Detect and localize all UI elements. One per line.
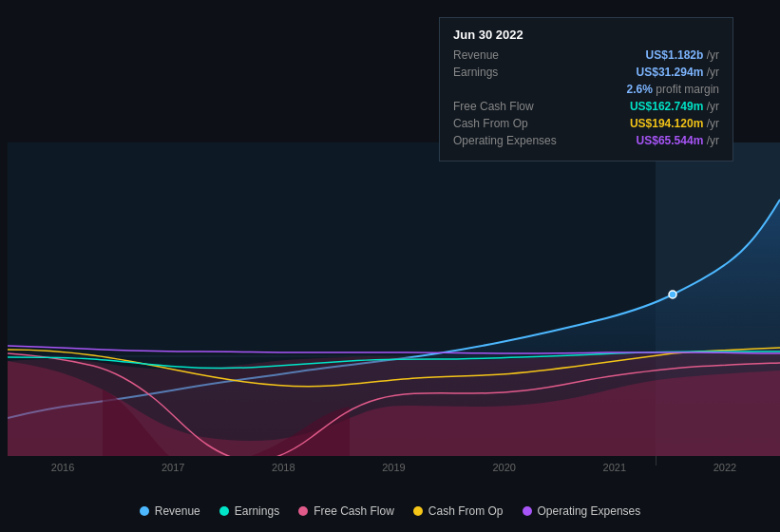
legend-label-revenue: Revenue: [155, 504, 200, 518]
legend-item-revenue[interactable]: Revenue: [140, 504, 200, 518]
x-label-2018: 2018: [272, 462, 295, 473]
chart-legend: Revenue Earnings Free Cash Flow Cash Fro…: [0, 504, 780, 518]
tooltip-row-fcf: Free Cash Flow US$162.749m /yr: [453, 100, 719, 113]
tooltip-label-opex: Operating Expenses: [453, 134, 558, 147]
legend-item-earnings[interactable]: Earnings: [219, 504, 279, 518]
legend-dot-cashop: [413, 506, 423, 516]
tooltip-label-revenue: Revenue: [453, 48, 558, 62]
tooltip-box: Jun 30 2022 Revenue US$1.182b /yr Earnin…: [439, 17, 733, 162]
legend-label-opex: Operating Expenses: [538, 504, 641, 518]
x-label-2017: 2017: [162, 462, 184, 473]
legend-label-fcf: Free Cash Flow: [314, 504, 394, 518]
svg-point-3: [669, 291, 676, 298]
x-label-2020: 2020: [492, 462, 515, 473]
legend-item-opex[interactable]: Operating Expenses: [523, 504, 641, 518]
legend-dot-fcf: [298, 506, 308, 516]
tooltip-row-cashop: Cash From Op US$194.120m /yr: [453, 117, 719, 130]
tooltip-value-cashop: US$194.120m /yr: [630, 117, 719, 130]
legend-dot-earnings: [219, 506, 229, 516]
tooltip-row-revenue: Revenue US$1.182b /yr: [453, 48, 719, 62]
tooltip-row-opex: Operating Expenses US$65.544m /yr: [453, 134, 719, 147]
tooltip-label-cashop: Cash From Op: [453, 117, 558, 130]
chart-svg: [8, 142, 780, 456]
x-label-2016: 2016: [51, 462, 74, 473]
legend-dot-opex: [523, 506, 532, 516]
tooltip-value-opex: US$65.544m /yr: [637, 134, 719, 147]
chart-container: Jun 30 2022 Revenue US$1.182b /yr Earnin…: [0, 0, 780, 532]
x-label-2022: 2022: [713, 462, 736, 473]
legend-dot-revenue: [140, 506, 149, 516]
legend-label-cashop: Cash From Op: [428, 504, 504, 518]
tooltip-date: Jun 30 2022: [453, 28, 719, 42]
tooltip-value-earnings: US$31.294m /yr: [637, 66, 719, 79]
tooltip-row-margin: 2.6% profit margin: [453, 83, 719, 96]
tooltip-label-earnings: Earnings: [453, 66, 558, 79]
legend-label-earnings: Earnings: [235, 504, 279, 518]
legend-item-cashop[interactable]: Cash From Op: [413, 504, 504, 518]
x-label-2019: 2019: [382, 462, 405, 473]
x-axis: 2016 2017 2018 2019 2020 2021 2022: [8, 462, 780, 473]
tooltip-label-fcf: Free Cash Flow: [453, 100, 558, 113]
x-label-2021: 2021: [603, 462, 626, 473]
tooltip-value-margin: 2.6% profit margin: [627, 83, 719, 96]
tooltip-value-revenue: US$1.182b /yr: [646, 48, 719, 62]
tooltip-value-fcf: US$162.749m /yr: [630, 100, 719, 113]
legend-item-fcf[interactable]: Free Cash Flow: [298, 504, 394, 518]
tooltip-row-earnings: Earnings US$31.294m /yr: [453, 66, 719, 79]
